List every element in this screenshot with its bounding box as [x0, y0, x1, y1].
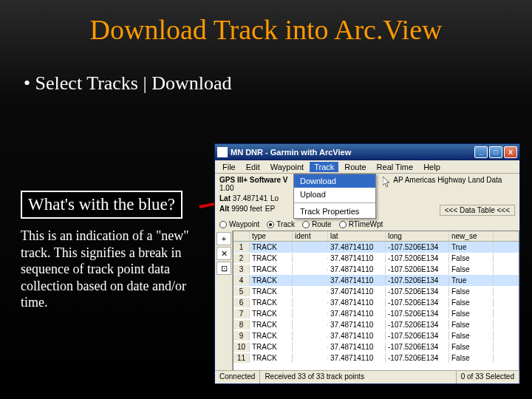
- ep-label: EP: [265, 205, 275, 216]
- menu-waypoint[interactable]: Waypoint: [266, 162, 308, 172]
- track-dropdown: Download Upload Track Properties: [293, 174, 376, 219]
- tool-delete[interactable]: ✕: [216, 247, 231, 260]
- status-selected: 0 of 33 Selected: [457, 371, 519, 383]
- col-ident[interactable]: ident: [293, 231, 328, 241]
- dropdown-download[interactable]: Download: [294, 174, 375, 188]
- table-row[interactable]: 7TRACK37.48714110-107.5206E134False: [233, 308, 519, 319]
- lon-label: Lo: [270, 194, 279, 202]
- table-row[interactable]: 8TRACK37.48714110-107.5206E134False: [233, 319, 519, 330]
- data-table-button[interactable]: <<< Data Table <<<: [440, 205, 515, 216]
- tool-add[interactable]: +: [216, 232, 231, 245]
- radio-track[interactable]: Track: [267, 220, 295, 228]
- dropdown-track-properties[interactable]: Track Properties: [294, 205, 375, 218]
- maximize-button[interactable]: □: [489, 146, 502, 158]
- table-row[interactable]: 11TRACK37.48714110-107.5206E134False: [233, 352, 519, 364]
- menubar: File Edit Waypoint Track Route Real Time…: [215, 160, 519, 174]
- dropdown-separator: [294, 202, 375, 203]
- app-icon: [217, 147, 228, 157]
- statusbar: Connected Received 33 of 33 track points…: [215, 370, 519, 383]
- grid-header: type ident lat long new_se: [233, 231, 519, 242]
- bullet-select-tracks: Select Tracks | Download: [24, 72, 532, 95]
- radio-rtimewpt[interactable]: RTimeWpt: [339, 220, 383, 228]
- menu-track[interactable]: Track: [310, 162, 338, 172]
- radio-route[interactable]: Route: [302, 220, 332, 228]
- tool-props[interactable]: ⊡: [216, 262, 231, 275]
- window-title: MN DNR - Garmin with ArcView: [231, 148, 474, 157]
- table-row[interactable]: 5TRACK37.40714110-107.5206E134False: [233, 286, 519, 297]
- alt-label: Alt: [219, 205, 229, 213]
- menu-edit[interactable]: Edit: [242, 162, 265, 172]
- menu-help[interactable]: Help: [419, 162, 445, 172]
- table-row[interactable]: 10TRACK37.48714110-107.5206E134False: [233, 341, 519, 352]
- table-row[interactable]: 9TRACK37.48714110-107.5206E134False: [233, 330, 519, 341]
- table-row[interactable]: 3TRACK37.48714110-107.5206E134False: [233, 264, 519, 275]
- slide-title: Download Track into Arc.View: [0, 0, 532, 46]
- titlebar[interactable]: MN DNR - Garmin with ArcView _ □ X: [215, 144, 519, 160]
- alt-value: 9990 feet: [231, 205, 262, 213]
- toolbox: + ✕ ⊡: [215, 231, 233, 371]
- radio-row: Waypoint Track Route RTimeWpt: [215, 218, 519, 231]
- minimize-button[interactable]: _: [474, 146, 488, 158]
- col-lat[interactable]: lat: [328, 231, 386, 241]
- table-row[interactable]: 6TRACK37.48714110-107.5206E134False: [233, 297, 519, 308]
- table-row[interactable]: 4TRACK37.48714110-107.5206E134True: [233, 275, 519, 286]
- lat-label: Lat: [219, 194, 231, 202]
- data-grid[interactable]: type ident lat long new_se 1TRACK37.4871…: [233, 231, 519, 371]
- radio-waypoint[interactable]: Waypoint: [219, 220, 259, 228]
- menu-realtime[interactable]: Real Time: [372, 162, 418, 172]
- close-button[interactable]: X: [504, 146, 517, 158]
- menu-file[interactable]: File: [218, 162, 240, 172]
- callout-explanation: This is an indication of a "new" track. …: [21, 228, 205, 311]
- menu-route[interactable]: Route: [340, 162, 370, 172]
- status-received: Received 33 of 33 track points: [260, 371, 456, 383]
- lat-value: 37.487141: [233, 194, 267, 202]
- col-type[interactable]: type: [250, 231, 293, 241]
- table-row[interactable]: 1TRACK37.48714110-107.5206E134True: [233, 242, 519, 253]
- gps-label: GPS III+ Software V: [219, 176, 288, 184]
- dropdown-upload[interactable]: Upload: [294, 188, 375, 201]
- status-connected: Connected: [215, 371, 260, 383]
- col-long[interactable]: long: [386, 231, 449, 241]
- callout-blue-question: What's with the blue?: [21, 191, 183, 219]
- col-rownum[interactable]: [233, 231, 250, 241]
- col-new[interactable]: new_se: [449, 231, 494, 241]
- table-row[interactable]: 2TRACK37.48714110-107.5206E134False: [233, 253, 519, 264]
- arcview-window: MN DNR - Garmin with ArcView _ □ X File …: [214, 143, 520, 384]
